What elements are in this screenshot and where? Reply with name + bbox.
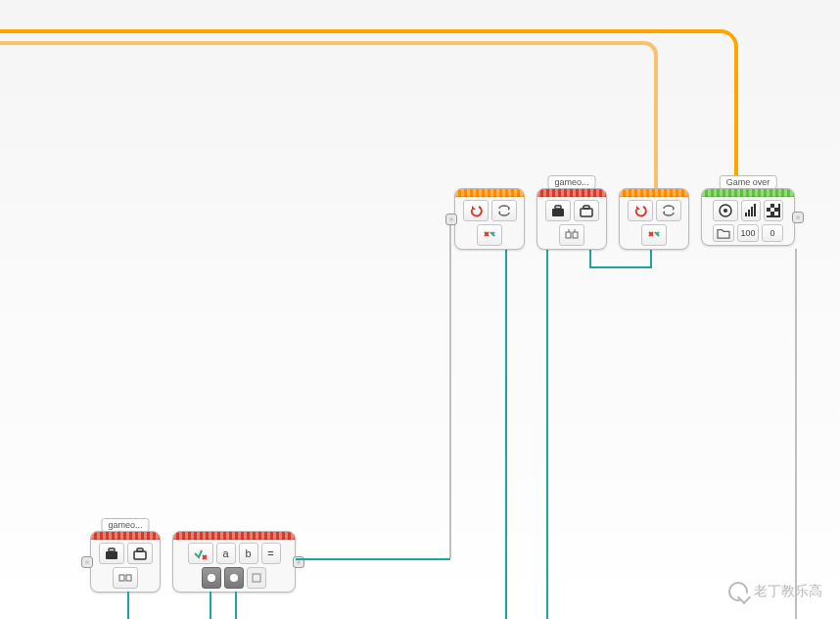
var-name-select[interactable] xyxy=(574,200,599,221)
loop-arrows-icon xyxy=(496,203,512,218)
wechat-icon xyxy=(728,582,748,601)
svg-rect-5 xyxy=(573,232,578,238)
block-header xyxy=(537,189,606,197)
plug-a-icon xyxy=(206,572,217,584)
variable-read-block-gameo-2[interactable]: gameo... xyxy=(90,531,161,593)
mode-read[interactable] xyxy=(99,543,124,564)
data-wire-2 xyxy=(546,249,548,619)
svg-rect-23 xyxy=(126,575,131,581)
svg-rect-14 xyxy=(774,204,778,208)
svg-rect-9 xyxy=(748,210,750,216)
data-wire-loop-bottom xyxy=(589,266,652,268)
svg-rect-3 xyxy=(583,206,589,209)
svg-rect-2 xyxy=(581,209,592,216)
svg-rect-1 xyxy=(555,206,561,209)
undo-arrow-icon xyxy=(632,203,648,218)
suitcase-outline-icon xyxy=(579,203,594,218)
mode-write[interactable] xyxy=(463,200,489,221)
block-header xyxy=(455,189,524,197)
file-select[interactable] xyxy=(713,224,734,242)
flag-icon xyxy=(766,203,781,218)
svg-rect-4 xyxy=(566,232,571,238)
seq-in-socket[interactable] xyxy=(81,556,93,568)
svg-rect-8 xyxy=(745,213,747,216)
play-type-value[interactable]: 0 xyxy=(762,224,783,242)
svg-rect-21 xyxy=(137,548,143,551)
data-wire-loop-right xyxy=(650,249,652,266)
play-type-icon-cell xyxy=(764,200,783,221)
svg-rect-20 xyxy=(134,551,146,559)
watermark: 老丁教乐高 xyxy=(728,582,822,601)
variable-write-block-1[interactable] xyxy=(454,188,525,250)
type-select[interactable] xyxy=(491,200,517,221)
sequence-beam-grey xyxy=(449,215,451,558)
logic-toggle-icon xyxy=(482,227,497,243)
seq-in-socket[interactable] xyxy=(445,214,457,225)
sound-mode[interactable] xyxy=(713,200,738,221)
block-title: gameo... xyxy=(101,518,149,532)
data-wire-out-v xyxy=(296,558,298,560)
loop-arrows-icon xyxy=(661,203,677,218)
block-title: gameo... xyxy=(547,175,595,189)
svg-rect-18 xyxy=(106,551,117,559)
mode-read[interactable] xyxy=(545,200,571,221)
variable-read-block-gameo[interactable]: gameo... xyxy=(537,188,607,250)
output-port[interactable] xyxy=(113,567,138,589)
svg-point-25 xyxy=(230,574,238,582)
program-canvas[interactable]: gameo... xyxy=(0,0,840,619)
block-header xyxy=(702,189,794,197)
output-port[interactable] xyxy=(559,224,584,246)
svg-rect-19 xyxy=(109,548,115,551)
seq-out-socket[interactable] xyxy=(792,212,804,223)
plug-b-icon xyxy=(228,572,240,584)
data-wire-stub-1 xyxy=(127,592,129,619)
suitcase-solid-icon xyxy=(104,546,119,561)
output-port[interactable] xyxy=(247,567,266,589)
input-a-port[interactable] xyxy=(202,567,221,589)
svg-rect-15 xyxy=(770,208,774,212)
logic-toggle-icon xyxy=(646,227,662,243)
svg-rect-10 xyxy=(751,207,753,216)
svg-rect-22 xyxy=(119,575,124,581)
data-wire-out-h xyxy=(296,558,450,560)
logic-check-icon xyxy=(193,546,209,561)
folder-icon xyxy=(717,227,730,239)
svg-rect-17 xyxy=(774,212,778,215)
block-header xyxy=(91,532,160,540)
compare-logic-icon xyxy=(564,227,580,243)
watermark-text: 老丁教乐高 xyxy=(754,583,822,600)
undo-arrow-icon xyxy=(468,203,484,218)
volume-value[interactable]: 100 xyxy=(737,224,759,242)
suitcase-outline-icon xyxy=(132,546,148,561)
compare-mode[interactable] xyxy=(188,543,213,564)
variable-write-block-2[interactable] xyxy=(619,188,689,250)
input-b-label: b xyxy=(239,543,258,564)
svg-rect-0 xyxy=(552,209,564,216)
data-wire-stub-3 xyxy=(235,592,237,619)
block-header xyxy=(173,532,295,540)
plug-out-icon xyxy=(251,572,262,584)
output-label: = xyxy=(261,543,281,564)
compare-logic-icon xyxy=(117,570,133,586)
svg-rect-16 xyxy=(767,212,770,215)
svg-rect-13 xyxy=(767,204,770,208)
input-b-port[interactable] xyxy=(224,567,244,589)
sequence-wire-inner xyxy=(0,41,658,188)
value-port[interactable] xyxy=(477,224,502,246)
compare-block[interactable]: a b = xyxy=(172,531,296,593)
var-name-select[interactable] xyxy=(127,543,153,564)
svg-rect-11 xyxy=(754,204,756,216)
block-header xyxy=(620,189,688,197)
sequence-beam-right xyxy=(795,249,797,619)
suitcase-solid-icon xyxy=(550,203,566,218)
input-a-label: a xyxy=(216,543,236,564)
sound-block-gameover[interactable]: Game over 100 0 xyxy=(701,188,795,246)
mode-write[interactable] xyxy=(628,200,653,221)
data-wire-loop-left xyxy=(589,249,591,266)
bars-icon xyxy=(743,203,759,218)
svg-point-7 xyxy=(723,209,727,213)
svg-point-24 xyxy=(208,574,215,582)
value-port[interactable] xyxy=(641,224,667,246)
svg-rect-26 xyxy=(253,574,260,582)
type-select[interactable] xyxy=(656,200,681,221)
